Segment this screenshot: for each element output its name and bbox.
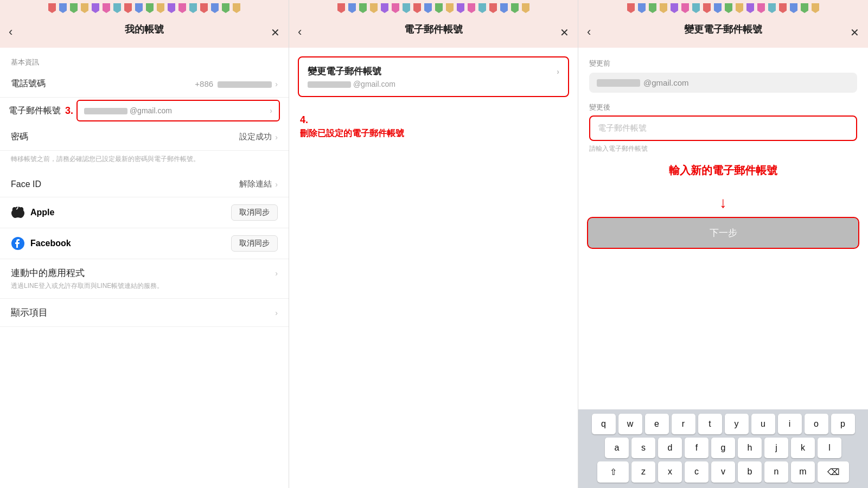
kb-key-g[interactable]: g [711, 438, 735, 458]
facebook-row: Facebook 取消同步 [0, 228, 289, 259]
kb-key-q[interactable]: q [592, 414, 616, 434]
password-row[interactable]: 密碼 設定成功 › [0, 124, 289, 151]
kb-key-m[interactable]: m [791, 461, 815, 483]
delete-label: 刪除已設定的電子郵件帳號 [289, 126, 578, 139]
kb-key-p[interactable]: p [831, 414, 855, 434]
flag-12 [168, 3, 175, 13]
kb-key-w[interactable]: w [618, 414, 642, 434]
display-chevron: › [275, 309, 278, 317]
flag-11 [157, 3, 164, 13]
panel2-close-btn[interactable]: ✕ [560, 26, 569, 39]
banner3-flags [578, 0, 868, 16]
kb-key-shift[interactable]: ⇧ [597, 461, 629, 483]
panel1-back-btn[interactable]: ‹ [9, 25, 12, 39]
kb-key-j[interactable]: j [764, 438, 788, 458]
connected-apps-label: 連動中的應用程式 [11, 267, 85, 279]
phone-chevron: › [275, 80, 278, 88]
panel3-header: 變更電子郵件帳號 ‹ ✕ [578, 0, 868, 48]
flag-2 [59, 3, 67, 13]
email-row-box[interactable]: @gmail.com › [76, 100, 280, 121]
faceid-chevron: › [275, 180, 278, 189]
flag-1 [48, 3, 56, 13]
kb-key-delete[interactable]: ⌫ [818, 461, 849, 483]
password-value: 設定成功 [28, 132, 272, 142]
before-redacted [597, 79, 640, 87]
banner-flags [0, 0, 289, 16]
apple-icon [11, 206, 25, 220]
kb-key-u[interactable]: u [751, 414, 775, 434]
panel1-header: 我的帳號 ‹ ✕ [0, 0, 289, 48]
kb-key-o[interactable]: o [805, 414, 828, 434]
change-email-box-value: @gmail.com [308, 80, 559, 88]
kb-key-r[interactable]: r [672, 414, 695, 434]
arrow-down: ↓ [578, 194, 868, 211]
facebook-sync-btn[interactable]: 取消同步 [231, 235, 278, 252]
faceid-row[interactable]: Face ID 解除連結 › [0, 171, 289, 197]
kb-key-s[interactable]: s [631, 438, 655, 458]
connected-apps-chevron: › [275, 269, 278, 278]
panel3-close-btn[interactable]: ✕ [850, 26, 859, 39]
panel2-header: 電子郵件帳號 ‹ ✕ [289, 0, 578, 48]
apple-sync-btn[interactable]: 取消同步 [231, 204, 278, 221]
faceid-value: 解除連結 [41, 179, 272, 189]
email-row-redacted: @gmail.com [84, 106, 270, 115]
kb-key-l[interactable]: l [818, 438, 841, 458]
phone-row[interactable]: 電話號碼 +886 › [0, 70, 289, 98]
kb-key-v[interactable]: v [711, 461, 735, 483]
flag-8 [124, 3, 132, 13]
kb-key-y[interactable]: y [725, 414, 749, 434]
panel1-close-btn[interactable]: ✕ [271, 26, 280, 39]
panel-change-email: 變更電子郵件帳號 ‹ ✕ 變更前 @gmail.com 變更後 電子郵件帳號 請… [578, 0, 868, 488]
kb-key-b[interactable]: b [738, 461, 762, 483]
panel2-title: 電子郵件帳號 [404, 23, 463, 36]
kb-row-1: q w e r t y u i o p [580, 414, 866, 434]
banner2-flags [289, 0, 578, 16]
email-chevron: › [270, 106, 272, 115]
step3-label: 3. [65, 105, 73, 117]
next-btn-wrapper: 下一步 [578, 217, 868, 249]
kb-key-a[interactable]: a [605, 438, 629, 458]
change-email-box[interactable]: 變更電子郵件帳號 › @gmail.com [298, 56, 569, 97]
connected-apps-row[interactable]: 連動中的應用程式 › 透過LINE登入或允許存取而與LINE帳號連結的服務。 [0, 259, 289, 299]
flag-3 [70, 3, 78, 13]
kb-key-c[interactable]: c [685, 461, 709, 483]
flag-16 [211, 3, 219, 13]
kb-key-i[interactable]: i [778, 414, 802, 434]
flag-17 [222, 3, 229, 13]
panel2-content: 變更電子郵件帳號 › @gmail.com 4. 刪除已設定的電子郵件帳號 [289, 48, 578, 488]
kb-key-h[interactable]: h [738, 438, 762, 458]
display-row[interactable]: 顯示項目 › [0, 299, 289, 327]
input-hint: 請輸入電子郵件帳號 [589, 144, 857, 153]
facebook-label: Facebook [30, 239, 231, 248]
panel3-back-btn[interactable]: ‹ [587, 25, 591, 39]
panel1-title: 我的帳號 [125, 23, 164, 36]
kb-key-n[interactable]: n [764, 461, 788, 483]
flag-9 [135, 3, 143, 13]
email-label: 電子郵件帳號 [9, 105, 61, 117]
kb-key-t[interactable]: t [698, 414, 722, 434]
kb-row-3: ⇧ z x c v b n m ⌫ [580, 461, 866, 483]
kb-key-e[interactable]: e [645, 414, 669, 434]
kb-key-k[interactable]: k [791, 438, 815, 458]
next-btn[interactable]: 下一步 [587, 217, 859, 249]
panel1-content: 基本資訊 電話號碼 +886 › 電子郵件帳號 3. @gmail.com › [0, 48, 289, 488]
flag-18 [233, 3, 240, 13]
flag-6 [103, 3, 110, 13]
apple-row: Apple 取消同步 [0, 197, 289, 228]
apple-label: Apple [30, 208, 231, 217]
change-before-section: 變更前 @gmail.com 變更後 電子郵件帳號 請輸入電子郵件帳號 輸入新的… [578, 48, 868, 189]
flag-14 [189, 3, 197, 13]
basic-info-label: 基本資訊 [0, 48, 289, 70]
kb-key-z[interactable]: z [631, 461, 655, 483]
panel3-title: 變更電子郵件帳號 [684, 23, 762, 36]
facebook-icon [11, 236, 25, 251]
password-label: 密碼 [11, 131, 28, 143]
email-input-box[interactable]: 電子郵件帳號 [589, 115, 857, 141]
kb-key-x[interactable]: x [658, 461, 682, 483]
after-label: 變更後 [589, 102, 857, 112]
panel2-back-btn[interactable]: ‹ [298, 25, 302, 39]
enter-email-cta: 輸入新的電子郵件帳號 [589, 163, 857, 178]
kb-key-d[interactable]: d [658, 438, 682, 458]
kb-key-f[interactable]: f [685, 438, 709, 458]
flag-10 [146, 3, 154, 13]
